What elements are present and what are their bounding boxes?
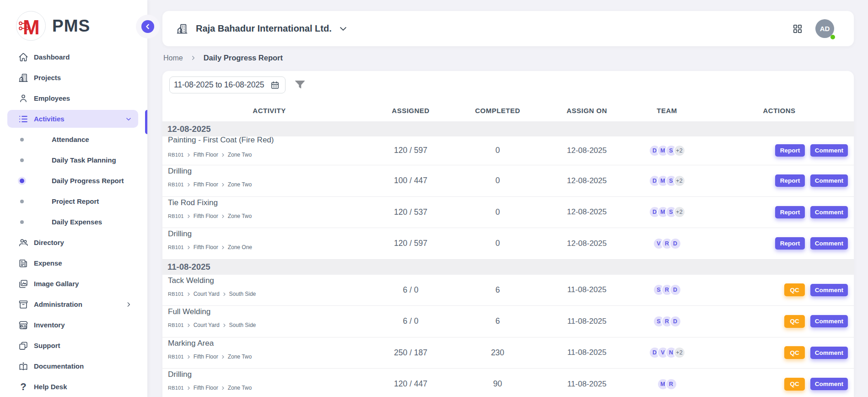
- svg-text:M: M: [23, 16, 40, 38]
